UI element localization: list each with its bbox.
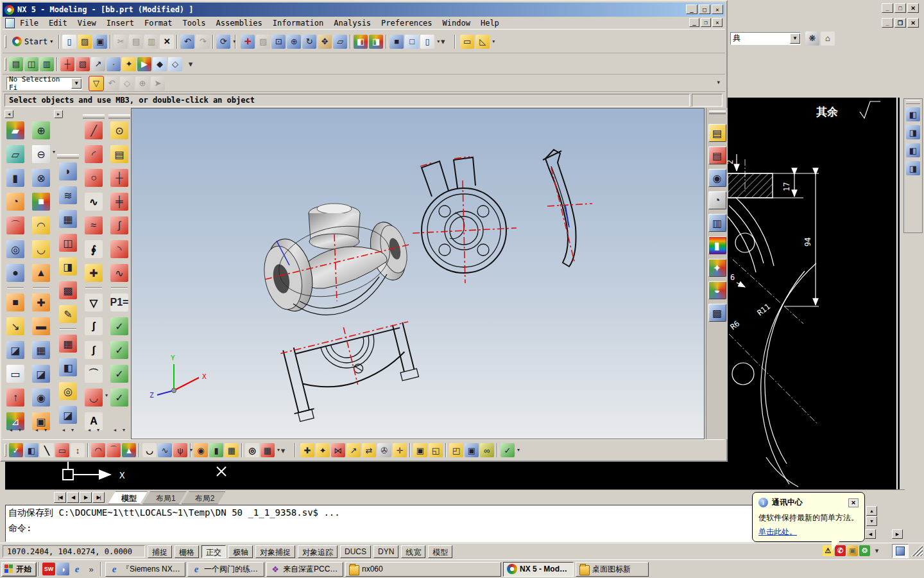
ruled-surface-icon[interactable]: ◗ <box>59 162 77 180</box>
swept-surface-icon[interactable]: ◫ <box>59 234 77 252</box>
balloon-close-icon[interactable]: ✕ <box>848 498 859 507</box>
layout-tab[interactable]: 布局1 <box>142 491 187 504</box>
sketch-constraints-icon[interactable]: ▧ <box>76 57 90 71</box>
offset-region-icon[interactable]: ◪ <box>6 341 24 359</box>
menu-item[interactable]: File <box>15 17 44 29</box>
orient-view-icon[interactable]: ⟳▾ <box>216 35 230 49</box>
cylinder-analysis-icon[interactable]: ▮ <box>209 443 223 457</box>
add-component-icon[interactable]: ✚ <box>300 443 314 457</box>
menu-item[interactable]: Assemblies <box>211 17 268 29</box>
acad-doc-window-button[interactable]: ❐ <box>894 18 906 28</box>
menu-item[interactable]: View <box>73 17 101 29</box>
status-toggle-button[interactable]: DUCS <box>340 545 371 558</box>
roles-icon[interactable]: ◒ <box>708 281 726 299</box>
stitch-icon[interactable]: ▦ <box>32 341 50 359</box>
status-toggle-button[interactable]: 极轴 <box>228 545 253 558</box>
colorful-quilt-icon[interactable]: ▦ <box>225 443 239 457</box>
trim-curve-icon[interactable]: ┼ <box>110 169 128 187</box>
extrude-icon[interactable]: ▮ <box>6 169 24 187</box>
command-window[interactable]: 自动保存到 C:\DOCUME~1\tt\LOCALS~1\Temp\DN 50… <box>5 505 863 542</box>
wireframe-view-icon[interactable]: □ <box>405 35 419 49</box>
select-center-icon[interactable]: ⊕ <box>135 76 150 91</box>
helix-icon[interactable]: ∮ <box>85 240 103 258</box>
menu-item[interactable]: Information <box>268 17 329 29</box>
menu-item[interactable]: Format <box>139 17 177 29</box>
hole-icon[interactable]: ● <box>6 264 24 282</box>
menu-item[interactable]: Edit <box>44 17 73 29</box>
perspective-view-icon[interactable]: ▱ <box>333 35 347 49</box>
menu-item[interactable]: Help <box>475 17 504 29</box>
nav-previous-icon[interactable]: ➤ <box>151 76 165 91</box>
toolbar-grip[interactable] <box>108 114 130 119</box>
fillet-curve-icon[interactable]: ◝ <box>110 240 128 258</box>
boss-icon[interactable]: ▲ <box>32 264 50 282</box>
edit-spline-icon[interactable]: ∿ <box>158 443 172 457</box>
hole-feature-icon[interactable]: ◉ <box>32 389 50 407</box>
status-toggle-button[interactable]: 栅格 <box>175 545 199 558</box>
bend-icon[interactable]: ◠ <box>32 216 50 234</box>
layout-tab[interactable]: 模型 <box>108 491 148 504</box>
quilt-surface-icon[interactable]: ▦ <box>59 335 77 353</box>
column-more-tools-icon[interactable]: ▾ <box>120 426 128 434</box>
line-icon[interactable]: ╱ <box>85 121 103 139</box>
arc-icon[interactable]: ◜ <box>85 145 103 163</box>
toolbar-grip[interactable] <box>57 154 79 159</box>
assembly-navigator-icon[interactable]: ▤ <box>708 124 726 142</box>
task-button[interactable]: e一个阀门的练习题 算... <box>187 562 264 577</box>
tube-icon[interactable]: ◎ <box>6 240 24 258</box>
edit-curve-icon[interactable]: ⊙ <box>110 121 128 139</box>
browser-icon[interactable]: ◑ <box>56 563 69 575</box>
point-constructor-icon[interactable]: ∙ <box>107 57 121 71</box>
save-file-icon[interactable]: ▣ <box>93 35 107 49</box>
delete-icon[interactable]: ✕ <box>160 35 174 49</box>
task-button[interactable]: ❖来自深蓝PCCAD2007&... <box>266 562 343 577</box>
layout-tab[interactable]: 布局2 <box>182 491 226 504</box>
materials-icon[interactable]: ▩ <box>708 304 726 322</box>
toolbar-grip[interactable] <box>83 114 105 119</box>
selection-scope-icon[interactable]: ▽▾ <box>89 76 103 91</box>
curve-mesh-icon[interactable]: ▦ <box>59 210 77 228</box>
column-more-tools-icon[interactable]: ▾ <box>69 426 76 434</box>
chain-link-icon[interactable]: ∞ <box>480 443 494 457</box>
layer-settings-icon[interactable]: ▤ <box>9 57 23 71</box>
shaded-view-icon[interactable]: ■▾ <box>389 35 404 49</box>
play-role-icon[interactable]: ▶ <box>137 57 151 71</box>
palette-grip[interactable] <box>906 100 920 104</box>
flame-surface-icon[interactable]: ◉ <box>194 443 208 457</box>
web-browser-icon[interactable]: ◉ <box>708 169 726 187</box>
license-check-icon[interactable]: ❂ <box>859 545 870 556</box>
toolbar-overflow-icon[interactable]: ▾ <box>436 35 450 49</box>
column-more-tools-icon[interactable]: ▾ <box>16 426 24 434</box>
revolve-icon[interactable]: ◔ <box>6 193 24 211</box>
columns-scroll-left-icon[interactable]: ◂ <box>4 110 13 118</box>
task-button[interactable]: 桌面图标新 <box>576 562 649 577</box>
workspace-settings-icon[interactable]: ❋ <box>805 31 819 46</box>
tab-nav-button[interactable]: ▶| <box>92 492 105 503</box>
combine-curve-icon[interactable]: ∫ <box>85 341 103 359</box>
flip-surface-icon[interactable]: ◧ <box>59 358 77 376</box>
toolbar-overflow-icon[interactable]: ▾ <box>184 57 198 71</box>
shell-face-icon[interactable]: ◧ <box>24 443 38 457</box>
cross-feature-icon[interactable]: ✚ <box>32 293 50 311</box>
lock-icon[interactable]: ▣ <box>847 545 858 556</box>
resource-bar-grip[interactable] <box>709 110 726 114</box>
comb-analysis-icon[interactable]: ψ▾ <box>173 443 187 457</box>
paste-icon[interactable]: ▥ <box>144 35 158 49</box>
circle-icon[interactable]: ○ <box>85 169 103 187</box>
palette-button-3-icon[interactable]: ◧ <box>906 143 920 157</box>
acad-doc-window-button[interactable]: ✕ <box>907 18 919 28</box>
nx-child-window-button[interactable]: _ <box>689 18 699 27</box>
swept-icon[interactable]: ⌒ <box>6 216 24 234</box>
clean-screen-button[interactable] <box>892 544 909 558</box>
toolbar-grip[interactable] <box>4 444 6 457</box>
menu-item[interactable]: Analysis <box>329 17 376 29</box>
fan-surface-icon[interactable]: ◠ <box>91 443 105 457</box>
palette-icon[interactable]: ▮ <box>708 236 726 254</box>
menu-item[interactable]: Tools <box>177 17 210 29</box>
acad-doc-window-button[interactable]: _ <box>882 18 893 28</box>
trim-body-icon[interactable]: ◪ <box>32 365 50 383</box>
column-more-tools-icon[interactable]: ▾ <box>42 426 49 434</box>
feature-dimension-icon[interactable]: ↕ <box>71 443 85 457</box>
move-face-icon[interactable]: ↘ <box>6 317 24 335</box>
datum-axes-icon[interactable]: ↗ <box>91 57 105 71</box>
